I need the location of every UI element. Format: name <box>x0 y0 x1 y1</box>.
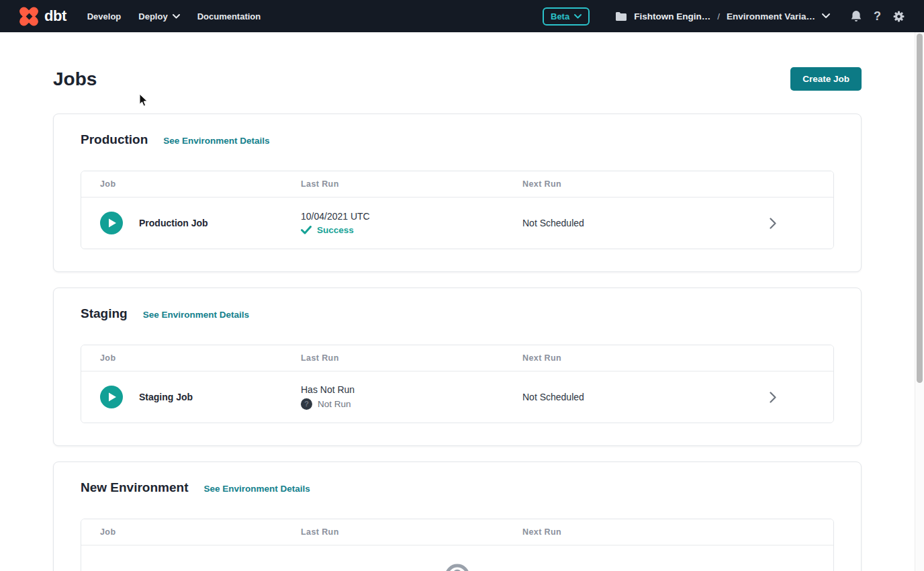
jobs-table: Job Last Run Next Run <box>81 519 834 571</box>
dbt-logo-icon <box>19 6 39 26</box>
check-icon <box>301 226 312 234</box>
environment-card-new-environment: New Environment See Environment Details … <box>53 462 862 571</box>
see-environment-details-link[interactable]: See Environment Details <box>163 136 269 146</box>
column-header-next-run: Next Run <box>522 353 746 363</box>
empty-jobs-area <box>81 545 833 571</box>
chevron-right-icon[interactable] <box>770 392 776 403</box>
column-header-job: Job <box>81 179 301 189</box>
breadcrumb: Fishtown Engin… / Environment Varia… <box>615 11 830 21</box>
job-name: Staging Job <box>139 392 193 402</box>
nav-item-develop[interactable]: Develop <box>87 11 122 21</box>
gear-icon[interactable] <box>892 10 905 23</box>
environment-name: New Environment <box>81 480 188 495</box>
create-job-button[interactable]: Create Job <box>790 67 862 91</box>
chevron-down-icon <box>574 14 582 19</box>
breadcrumb-section[interactable]: Environment Varia… <box>727 11 815 21</box>
chevron-down-icon[interactable] <box>822 13 830 19</box>
beta-dropdown[interactable]: Beta <box>543 7 590 26</box>
last-run-status: Success <box>301 225 522 235</box>
column-header-last-run: Last Run <box>301 353 522 363</box>
chevron-down-icon <box>173 14 180 19</box>
job-name: Production Job <box>139 218 208 228</box>
column-header-last-run: Last Run <box>301 527 522 537</box>
question-circle-icon: ? <box>301 398 312 410</box>
jobs-table-header: Job Last Run Next Run <box>81 345 833 371</box>
next-run-value: Not Scheduled <box>522 392 746 402</box>
environment-card-staging: Staging See Environment Details Job Last… <box>53 288 862 446</box>
jobs-page: Jobs Create Job Production See Environme… <box>0 32 915 571</box>
nav-item-documentation[interactable]: Documentation <box>197 11 261 21</box>
last-run-status: ? Not Run <box>301 398 522 410</box>
folder-icon <box>615 11 627 21</box>
job-row[interactable]: Production Job 10/04/2021 UTC Success No… <box>81 197 833 249</box>
jobs-table: Job Last Run Next Run Staging Job Has No… <box>81 345 834 423</box>
question-circle-icon <box>444 563 471 571</box>
column-header-next-run: Next Run <box>522 179 746 189</box>
dbt-logo[interactable]: dbt <box>19 6 66 26</box>
run-job-button[interactable] <box>100 212 123 234</box>
play-icon <box>108 392 117 402</box>
column-header-last-run: Last Run <box>301 179 522 189</box>
play-icon <box>108 218 117 228</box>
breadcrumb-project[interactable]: Fishtown Engin… <box>634 11 710 21</box>
jobs-table: Job Last Run Next Run Production Job 10/… <box>81 171 834 249</box>
next-run-value: Not Scheduled <box>522 218 746 228</box>
column-header-next-run: Next Run <box>522 527 746 537</box>
see-environment-details-link[interactable]: See Environment Details <box>203 484 310 494</box>
run-job-button[interactable] <box>100 386 123 408</box>
scrollbar-thumb[interactable] <box>917 34 923 383</box>
job-row[interactable]: Staging Job Has Not Run ? Not Run Not Sc… <box>81 371 833 423</box>
jobs-table-header: Job Last Run Next Run <box>81 519 833 545</box>
top-nav: dbt Develop Deploy Documentation Beta Fi… <box>0 0 924 32</box>
scrollbar-track[interactable] <box>915 32 924 571</box>
last-run-date: Has Not Run <box>301 384 522 395</box>
environment-name: Production <box>81 132 148 147</box>
help-icon[interactable]: ? <box>874 10 881 22</box>
last-run-date: 10/04/2021 UTC <box>301 211 522 222</box>
environment-name: Staging <box>81 306 128 321</box>
column-header-job: Job <box>81 353 301 363</box>
page-title: Jobs <box>53 69 97 90</box>
nav-item-deploy[interactable]: Deploy <box>138 11 179 21</box>
notifications-bell-icon[interactable] <box>850 10 862 23</box>
breadcrumb-separator: / <box>717 11 720 21</box>
environment-card-production: Production See Environment Details Job L… <box>53 114 862 272</box>
column-header-job: Job <box>81 527 301 537</box>
see-environment-details-link[interactable]: See Environment Details <box>143 310 249 320</box>
dbt-logo-text: dbt <box>44 7 66 25</box>
jobs-table-header: Job Last Run Next Run <box>81 171 833 197</box>
chevron-right-icon[interactable] <box>770 218 776 229</box>
